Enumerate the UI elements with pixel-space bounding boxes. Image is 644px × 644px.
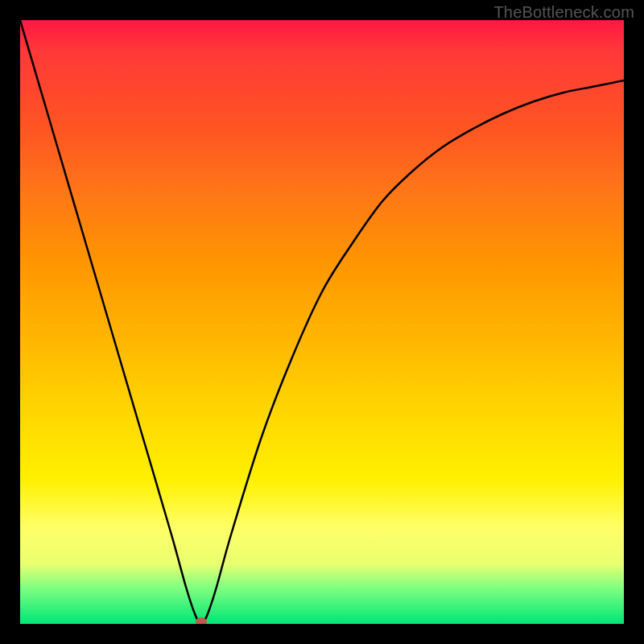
watermark-text: TheBottleneck.com [493, 3, 634, 22]
bottleneck-curve [20, 20, 624, 624]
chart-container: TheBottleneck.com [0, 0, 644, 644]
